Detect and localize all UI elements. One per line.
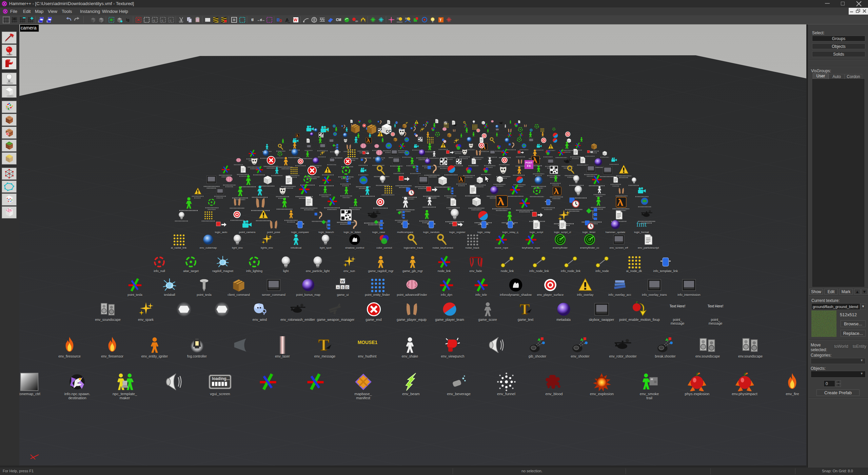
- svg-text:L: L: [38, 20, 40, 23]
- svg-text:q: q: [161, 19, 163, 22]
- svg-text:2D: 2D: [397, 17, 400, 20]
- svg-text:q: q: [170, 19, 171, 22]
- svg-text:S: S: [46, 20, 48, 23]
- svg-text:W: W: [294, 18, 298, 22]
- svg-text:3D: 3D: [405, 17, 408, 20]
- svg-text:3D: 3D: [13, 17, 16, 20]
- svg-text:T: T: [439, 18, 442, 22]
- svg-text:q: q: [153, 19, 155, 22]
- svg-text:D: D: [279, 19, 282, 23]
- svg-text:dmg: dmg: [355, 20, 358, 23]
